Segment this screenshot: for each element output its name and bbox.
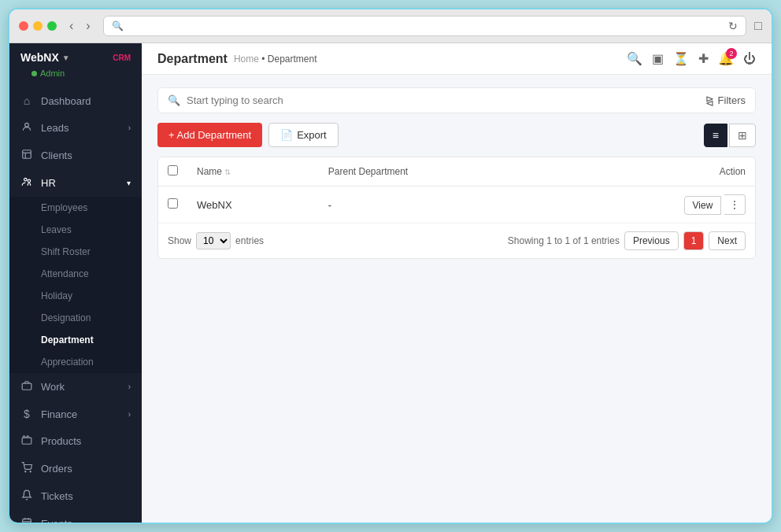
sidebar-item-shift-roster[interactable]: Shift Roster <box>9 241 142 263</box>
sidebar-item-work[interactable]: Work › <box>9 373 142 401</box>
admin-status-dot <box>31 71 37 76</box>
sidebar-item-finance[interactable]: $ Finance › <box>9 401 142 427</box>
grid-view-button[interactable]: ⊞ <box>729 124 756 147</box>
finance-expand-icon: › <box>128 410 131 419</box>
back-button[interactable]: ‹ <box>65 17 78 35</box>
clients-icon <box>20 149 33 162</box>
sidebar-admin: Admin <box>20 67 131 84</box>
current-page-number[interactable]: 1 <box>683 231 705 250</box>
sidebar-item-appreciation[interactable]: Appreciation <box>9 351 142 373</box>
department-name-cell: WebNX <box>187 187 319 224</box>
action-bar-left: + Add Department 📄 Export <box>157 123 339 147</box>
search-icon: 🔍 <box>112 20 124 31</box>
svg-point-5 <box>28 179 31 183</box>
view-button[interactable]: View <box>684 196 722 215</box>
minimize-button[interactable] <box>33 21 43 31</box>
notifications-icon[interactable]: 🔔 2 <box>718 51 734 66</box>
work-icon <box>20 380 33 393</box>
sidebar-item-events[interactable]: Events <box>9 510 142 523</box>
sidebar-item-attendance[interactable]: Attendance <box>9 263 142 285</box>
address-input[interactable] <box>130 20 723 32</box>
clock-icon[interactable]: ⏳ <box>673 51 689 66</box>
filter-icon: ⧎ <box>705 94 714 106</box>
address-bar: 🔍 ↻ <box>103 16 747 36</box>
row-checkbox[interactable] <box>168 198 178 209</box>
previous-page-button[interactable]: Previous <box>624 231 679 250</box>
sidebar-item-department[interactable]: Department <box>9 329 142 351</box>
entries-per-page-select[interactable]: 10 25 50 <box>196 232 231 249</box>
breadcrumb-home[interactable]: Home <box>234 54 259 65</box>
hr-submenu: Employees Leaves Shift Roster Attendance… <box>9 197 142 373</box>
sidebar-item-employees[interactable]: Employees <box>9 197 142 219</box>
browser-chrome: ‹ › 🔍 ↻ □ <box>9 9 772 43</box>
home-icon: ⌂ <box>20 94 33 107</box>
pagination-bar: Show 10 25 50 entries Showing 1 to 1 of … <box>158 223 755 258</box>
showing-text: Showing 1 to 1 of 1 entries <box>508 235 620 246</box>
work-expand-icon: › <box>128 382 131 391</box>
select-all-header <box>158 157 187 187</box>
leads-icon <box>20 121 33 135</box>
add-icon[interactable]: ✚ <box>698 51 709 66</box>
search-icon[interactable]: 🔍 <box>627 51 642 66</box>
sidebar-nav: ⌂ Dashboard Leads › Clients <box>9 84 142 523</box>
top-bar-right: 🔍 ▣ ⏳ ✚ 🔔 2 ⏻ <box>627 51 756 66</box>
list-view-button[interactable]: ≡ <box>704 124 727 147</box>
sidebar-item-leads[interactable]: Leads › <box>9 114 142 142</box>
sidebar-item-products[interactable]: Products <box>9 427 142 455</box>
sidebar-item-holiday[interactable]: Holiday <box>9 285 142 307</box>
sidebar-item-orders[interactable]: Orders <box>9 455 142 482</box>
tickets-icon <box>20 490 33 503</box>
table-row: WebNX - View ⋮ <box>158 187 755 224</box>
search-wrap: 🔍 <box>168 94 344 106</box>
sidebar-item-dashboard[interactable]: ⌂ Dashboard <box>9 87 142 114</box>
notification-badge: 2 <box>726 48 737 59</box>
sidebar: WebNX ▼ CRM Admin ⌂ Dashboard <box>9 43 142 523</box>
top-bar-left: Department Home • Department <box>157 52 317 66</box>
grid-icon[interactable]: ▣ <box>652 51 664 66</box>
next-page-button[interactable]: Next <box>709 231 746 250</box>
brand-dropdown-icon: ▼ <box>62 54 70 62</box>
events-icon <box>20 517 33 523</box>
svg-point-0 <box>25 123 29 127</box>
svg-point-8 <box>30 471 31 472</box>
department-parent-cell: - <box>319 187 559 224</box>
power-icon[interactable]: ⏻ <box>743 52 756 66</box>
more-actions-button[interactable]: ⋮ <box>724 194 746 215</box>
add-department-button[interactable]: + Add Department <box>157 123 262 147</box>
select-all-checkbox[interactable] <box>168 165 178 175</box>
sidebar-item-tickets[interactable]: Tickets <box>9 482 142 510</box>
brand-logo: CRM <box>113 54 131 62</box>
orders-icon <box>20 462 33 475</box>
breadcrumb: Home • Department <box>234 54 317 65</box>
sidebar-brand: WebNX ▼ <box>20 51 70 64</box>
refresh-button[interactable]: ↻ <box>728 20 738 32</box>
action-bar: + Add Department 📄 Export ≡ ⊞ <box>157 123 756 147</box>
search-filter-bar: 🔍 ⧎ Filters <box>157 87 756 113</box>
leads-expand-icon: › <box>128 124 131 132</box>
filter-button[interactable]: ⧎ Filters <box>705 94 746 106</box>
row-checkbox-cell <box>158 187 187 224</box>
forward-button[interactable]: › <box>81 17 94 35</box>
name-column-header: Name ⇅ <box>187 157 319 187</box>
search-input[interactable] <box>187 94 344 106</box>
hr-expand-icon: ▾ <box>127 179 131 187</box>
name-sort-icon[interactable]: ⇅ <box>224 168 231 176</box>
department-table: Name ⇅ Parent Department Action <box>157 157 756 259</box>
close-button[interactable] <box>19 21 28 31</box>
sidebar-item-leaves[interactable]: Leaves <box>9 219 142 241</box>
sidebar-item-clients[interactable]: Clients <box>9 142 142 169</box>
maximize-button[interactable] <box>47 21 57 31</box>
sidebar-item-designation[interactable]: Designation <box>9 307 142 329</box>
top-bar: Department Home • Department 🔍 ▣ ⏳ ✚ 🔔 2 <box>142 43 772 75</box>
sidebar-item-hr[interactable]: HR ▾ <box>9 169 142 197</box>
svg-rect-6 <box>22 383 31 390</box>
export-button[interactable]: 📄 Export <box>268 123 339 147</box>
entries-select: Show 10 25 50 entries <box>168 232 264 249</box>
window-controls[interactable]: □ <box>754 19 762 33</box>
nav-buttons: ‹ › <box>65 17 95 35</box>
main-content: Department Home • Department 🔍 ▣ ⏳ ✚ 🔔 2 <box>142 43 772 523</box>
finance-icon: $ <box>20 408 33 420</box>
parent-column-header: Parent Department <box>319 157 559 187</box>
svg-rect-1 <box>23 150 31 159</box>
row-action-cell: View ⋮ <box>559 187 755 224</box>
